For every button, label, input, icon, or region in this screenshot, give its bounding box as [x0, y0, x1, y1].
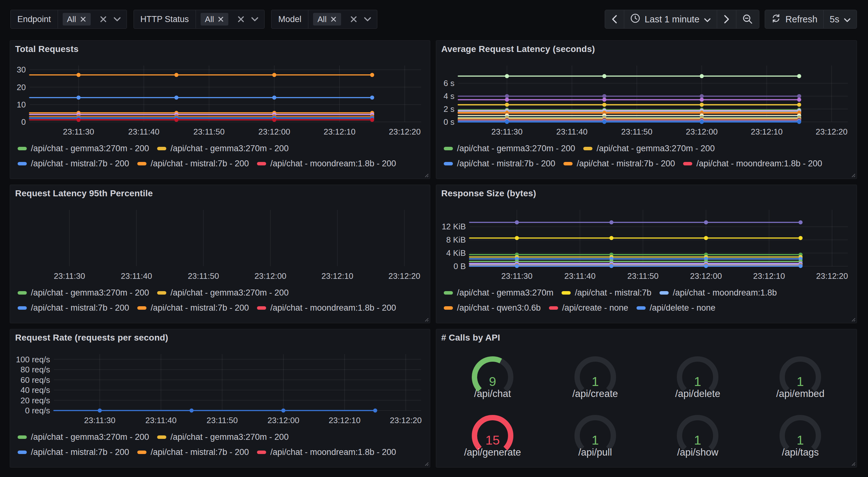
series-point [602, 74, 606, 78]
legend-series-color [257, 306, 266, 310]
legend-item[interactable]: /api/chat - mistral:7b - 200 [18, 303, 129, 313]
panel-title[interactable]: Request Rate (requests per second) [15, 331, 425, 344]
refresh-button[interactable]: Refresh [765, 10, 824, 29]
y-tick-label: 20 req/s [21, 396, 50, 405]
legend-row: /api/chat - gemma3:270m - 200/api/chat -… [18, 285, 427, 300]
gauge-value: 1 [591, 374, 599, 389]
legend-item[interactable]: /api/chat - gemma3:270m - 200 [157, 288, 288, 298]
legend-item[interactable]: /api/chat - gemma3:270m - 200 [18, 288, 149, 298]
series-point [797, 120, 801, 124]
panel-calls-by-api: # Calls by API9/api/chat1/api/create1/ap… [436, 329, 857, 468]
y-tick-label: 12 KiB [441, 222, 466, 231]
x-tick-label: 23:12:20 [390, 416, 422, 425]
legend-item[interactable]: /api/chat - gemma3:270m - 200 [157, 144, 288, 153]
close-icon [330, 16, 337, 22]
time-range-picker-button[interactable]: Last 1 minute [624, 10, 717, 29]
refresh-interval-button[interactable]: 5s [824, 10, 857, 29]
close-icon [350, 16, 358, 23]
legend-item[interactable]: /api/chat - moondream:1.8b - 200 [683, 159, 822, 169]
panel-resize-handle[interactable] [850, 172, 856, 178]
filter-label: HTTP Status [134, 10, 196, 28]
gauge-arc: 9 [458, 346, 527, 393]
legend-item[interactable]: /api/chat - mistral:7b - 200 [18, 159, 129, 169]
legend-series-label: /api/chat - moondream:1.8b - 200 [270, 303, 396, 313]
panel-legend: /api/chat - gemma3:270m/api/chat - mistr… [444, 285, 854, 316]
y-tick-label: 0 B [454, 262, 466, 271]
panel-total-requests: Total Requests010203023:11:3023:11:4023:… [10, 40, 430, 179]
legend-item[interactable]: /api/chat - gemma3:270m - 200 [444, 144, 575, 153]
legend-item[interactable]: /api/chat - mistral:7b - 200 [137, 447, 249, 457]
filter-selected-chip[interactable]: All [63, 13, 91, 26]
timeseries-chart: 0 s2 s4 s6 s23:11:3023:11:4023:11:5023:1… [441, 58, 852, 140]
x-tick-label: 23:11:50 [207, 416, 238, 425]
filter-selected-chip[interactable]: All [200, 13, 229, 26]
legend-item[interactable]: /api/chat - moondream:1.8b - 200 [257, 303, 396, 313]
zoom-out-icon [742, 14, 753, 25]
panel-resize-handle[interactable] [423, 316, 429, 322]
legend-item[interactable]: /api/chat - gemma3:270m - 200 [157, 432, 288, 442]
gauge-api-generate: 15/api/generate [441, 405, 544, 464]
legend-item[interactable]: /api/chat - gemma3:270m [444, 288, 553, 298]
legend-item[interactable]: /api/chat - mistral:7b - 200 [137, 159, 249, 169]
series-point [281, 409, 285, 413]
legend-item[interactable]: /api/chat - gemma3:270m - 200 [18, 432, 149, 442]
filter-selected-chip[interactable]: All [313, 13, 341, 26]
x-tick-label: 23:11:30 [501, 271, 532, 281]
timeseries-chart: 0 B4 KiB8 KiB12 KiB23:11:3023:11:4023:11… [441, 202, 852, 284]
series-point [505, 120, 509, 124]
x-tick-label: 23:11:40 [145, 416, 176, 425]
gauge-arc: 1 [561, 405, 630, 452]
panel-resize-handle[interactable] [423, 172, 429, 178]
legend-series-label: /api/chat - moondream:1.8b [673, 288, 777, 298]
filter-caret-icon[interactable] [251, 17, 258, 22]
chip-remove-icon[interactable] [80, 16, 86, 22]
legend-item[interactable]: /api/chat - mistral:7b - 200 [563, 159, 675, 169]
time-shift-forward-button[interactable] [717, 10, 736, 29]
panel-legend: /api/chat - gemma3:270m - 200/api/chat -… [18, 429, 427, 460]
panel-title[interactable]: Request Latency 95th Percentile [15, 187, 425, 200]
series-point [798, 220, 803, 224]
filter-value-area[interactable]: All [308, 10, 377, 28]
legend-item[interactable]: /api/chat - mistral:7b [562, 288, 651, 298]
legend-item[interactable]: /api/create - none [549, 303, 628, 313]
filter-selected-value: All [67, 14, 76, 24]
legend-item[interactable]: /api/chat - gemma3:270m - 200 [18, 144, 149, 153]
legend-item[interactable]: /api/chat - mistral:7b - 200 [18, 447, 129, 457]
filter-caret-icon[interactable] [364, 17, 371, 22]
series-point [272, 118, 276, 122]
legend-item[interactable]: /api/chat - qwen3:0.6b [444, 303, 541, 313]
x-tick-label: 23:11:30 [491, 127, 523, 137]
legend-item[interactable]: /api/chat - gemma3:270m - 200 [583, 144, 715, 153]
y-tick-label: 2 s [443, 104, 455, 114]
panel-title[interactable]: Total Requests [15, 43, 425, 55]
filter-caret-icon[interactable] [113, 17, 121, 22]
legend-item[interactable]: /api/delete - none [637, 303, 716, 313]
panel-resize-handle[interactable] [850, 460, 856, 467]
legend-item[interactable]: /api/chat - mistral:7b - 200 [444, 159, 555, 169]
zoom-out-button[interactable] [736, 10, 760, 29]
filter-clear-icon[interactable] [99, 16, 107, 23]
panel-title[interactable]: Response Size (bytes) [441, 187, 851, 200]
panel-title[interactable]: Average Request Latency (seconds) [441, 43, 851, 55]
panel-legend: /api/chat - gemma3:270m - 200/api/chat -… [18, 285, 427, 316]
chip-remove-icon[interactable] [330, 16, 337, 22]
gauge-arc: 1 [766, 346, 835, 393]
gauge-arc: 1 [663, 405, 732, 452]
series-point [700, 103, 704, 107]
filter-value-area[interactable]: All [196, 10, 265, 28]
panel-resize-handle[interactable] [850, 316, 856, 322]
filter-clear-icon[interactable] [350, 16, 358, 23]
series-point [700, 120, 704, 124]
panel-title[interactable]: # Calls by API [441, 331, 851, 344]
legend-series-label: /api/chat - mistral:7b - 200 [31, 159, 129, 169]
time-shift-back-button[interactable] [605, 10, 624, 29]
filter-value-area[interactable]: All [58, 10, 127, 28]
legend-item[interactable]: /api/chat - moondream:1.8b - 200 [257, 159, 396, 169]
legend-item[interactable]: /api/chat - mistral:7b - 200 [137, 303, 249, 313]
panel-resize-handle[interactable] [423, 460, 429, 467]
legend-item[interactable]: /api/chat - moondream:1.8b [659, 288, 777, 298]
filter-clear-icon[interactable] [237, 16, 245, 23]
legend-item[interactable]: /api/chat - moondream:1.8b - 200 [257, 447, 396, 457]
x-tick-label: 23:11:40 [556, 127, 587, 137]
chip-remove-icon[interactable] [218, 16, 224, 22]
